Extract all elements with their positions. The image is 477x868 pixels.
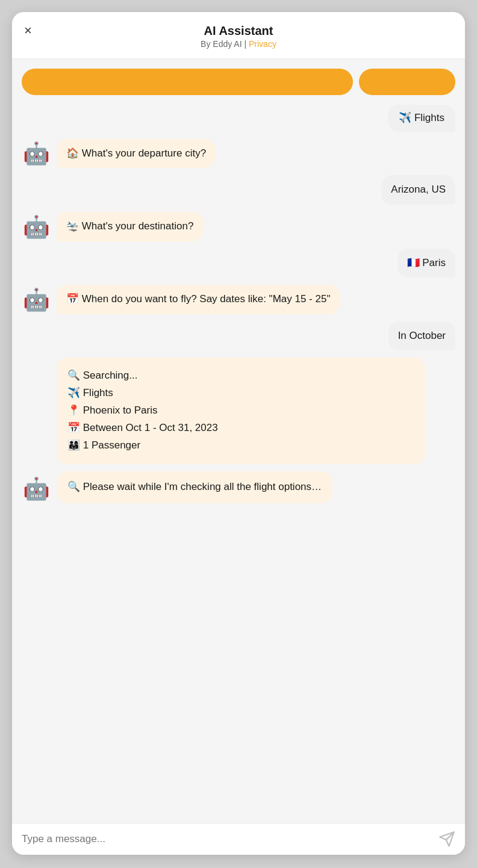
bot-message-when: 📅 When do you want to fly? Say dates lik… [57,285,340,314]
message-row-october: In October [22,321,455,351]
search-line-3: 📍 Phoenix to Paris [67,402,414,420]
top-right-button[interactable] [359,69,455,95]
chat-header: × AI Assistant By Eddy AI | Privacy [12,12,465,59]
top-buttons-row [22,69,455,95]
message-row-flights: ✈️ Flights [22,105,455,132]
search-line-1: 🔍 Searching... [67,367,414,385]
user-message-october: In October [388,321,455,351]
bot-avatar-2: 🤖 [22,212,51,241]
user-message-flights: ✈️ Flights [388,105,455,132]
chat-window: × AI Assistant By Eddy AI | Privacy ✈️ F… [12,12,465,855]
send-button[interactable] [438,831,455,848]
bot-avatar-3: 🤖 [22,285,51,314]
message-row-departure: 🤖 🏠 What's your departure city? [22,139,455,169]
top-left-button[interactable] [22,69,353,95]
bot-avatar-4: 🤖 [22,474,51,503]
search-line-2: ✈️ Flights [67,385,414,402]
search-line-4: 📅 Between Oct 1 - Oct 31, 2023 [67,420,414,437]
chat-input-area [12,823,465,855]
chat-body: ✈️ Flights 🤖 🏠 What's your departure cit… [12,59,465,823]
message-row-destination: 🤖 🛬 What's your destination? [22,212,455,241]
message-row-when: 🤖 📅 When do you want to fly? Say dates l… [22,285,455,314]
message-row-arizona: Arizona, US [22,175,455,205]
bot-message-wait: 🔍 Please wait while I'm checking all the… [57,471,332,503]
send-icon [438,831,455,848]
header-subtitle: By Eddy AI | Privacy [201,39,276,49]
message-row-paris: 🇫🇷 Paris [22,249,455,278]
bot-message-departure: 🏠 What's your departure city? [57,139,216,169]
bot-message-destination: 🛬 What's your destination? [57,212,203,241]
user-message-paris: 🇫🇷 Paris [398,249,455,278]
search-line-5: 👨‍👩‍👧 1 Passenger [67,437,414,454]
header-title: AI Assistant [204,24,273,38]
user-message-arizona: Arizona, US [381,175,455,205]
message-row-wait: 🤖 🔍 Please wait while I'm checking all t… [22,471,455,503]
message-input[interactable] [22,833,432,845]
bot-avatar-1: 🤖 [22,139,51,168]
bot-search-info: 🔍 Searching... ✈️ Flights 📍 Phoenix to P… [57,358,425,463]
close-button[interactable]: × [24,24,32,37]
privacy-link[interactable]: Privacy [249,39,276,49]
